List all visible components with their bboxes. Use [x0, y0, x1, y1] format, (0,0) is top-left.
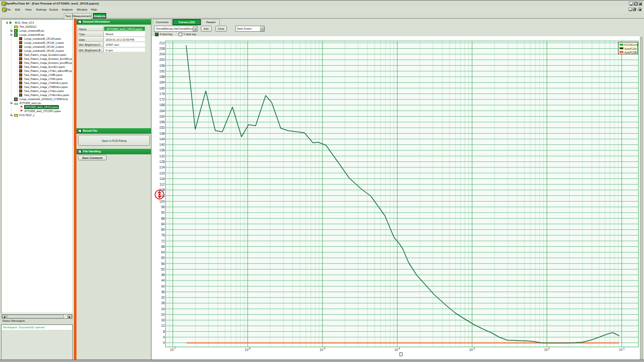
svg-text:176: 176 — [159, 92, 165, 96]
svg-text:100: 100 — [159, 200, 165, 203]
svg-text:156: 156 — [159, 120, 165, 124]
svg-text:40: 40 — [161, 285, 165, 288]
svg-text:0: 0 — [163, 341, 165, 344]
svg-text:24: 24 — [161, 307, 165, 311]
svg-text:112: 112 — [159, 183, 165, 186]
svg-text:72: 72 — [161, 239, 165, 243]
svg-text:20: 20 — [161, 313, 165, 316]
svg-text:144: 144 — [159, 137, 165, 141]
svg-text:32: 32 — [161, 296, 165, 299]
svg-text:192: 192 — [159, 69, 165, 73]
svg-text:44: 44 — [161, 279, 165, 282]
svg-text:96: 96 — [161, 205, 165, 209]
svg-text:76: 76 — [161, 233, 165, 237]
svg-text:FCCSCurve: FCCSCurve — [624, 43, 638, 46]
svg-text:188: 188 — [159, 75, 165, 78]
svg-text:128: 128 — [159, 160, 165, 163]
svg-text:92: 92 — [161, 211, 165, 214]
svg-text:136: 136 — [159, 148, 165, 152]
svg-text:196: 196 — [159, 64, 165, 67]
svg-text:116: 116 — [159, 177, 165, 180]
svg-text:AutoFCSB: AutoFCSB — [624, 51, 637, 54]
svg-text:208: 208 — [159, 47, 165, 50]
svg-text:48: 48 — [161, 273, 165, 277]
svg-text:172: 172 — [159, 98, 165, 101]
svg-text:68: 68 — [161, 245, 165, 248]
svg-text:120: 120 — [159, 171, 165, 175]
svg-text:160: 160 — [159, 115, 165, 118]
svg-text:16: 16 — [161, 318, 165, 322]
svg-text:168: 168 — [159, 103, 165, 107]
svg-text:12: 12 — [161, 324, 165, 327]
svg-text:124: 124 — [159, 165, 165, 169]
svg-text:36: 36 — [161, 290, 165, 294]
svg-text:8: 8 — [163, 330, 165, 333]
svg-text:80: 80 — [161, 228, 165, 231]
svg-text:140: 140 — [159, 143, 165, 146]
svg-text:88: 88 — [161, 217, 165, 220]
svg-text:148: 148 — [159, 132, 165, 135]
svg-text:164: 164 — [159, 109, 165, 113]
svg-text:200: 200 — [159, 58, 165, 61]
svg-text:132: 132 — [159, 154, 165, 158]
svg-text:184: 184 — [159, 80, 165, 84]
svg-text:AutoFCSA: AutoFCSA — [624, 47, 637, 50]
svg-text:212: 212 — [159, 41, 165, 45]
svg-text:180: 180 — [159, 86, 165, 90]
svg-text:152: 152 — [159, 126, 165, 129]
svg-text:64: 64 — [161, 250, 165, 254]
svg-text:56: 56 — [161, 262, 165, 265]
svg-text:60: 60 — [161, 256, 165, 259]
svg-text:28: 28 — [161, 301, 165, 305]
svg-text:84: 84 — [161, 222, 165, 226]
svg-text:204: 204 — [159, 52, 165, 56]
svg-text:4: 4 — [163, 335, 165, 339]
svg-text:52: 52 — [161, 267, 165, 271]
